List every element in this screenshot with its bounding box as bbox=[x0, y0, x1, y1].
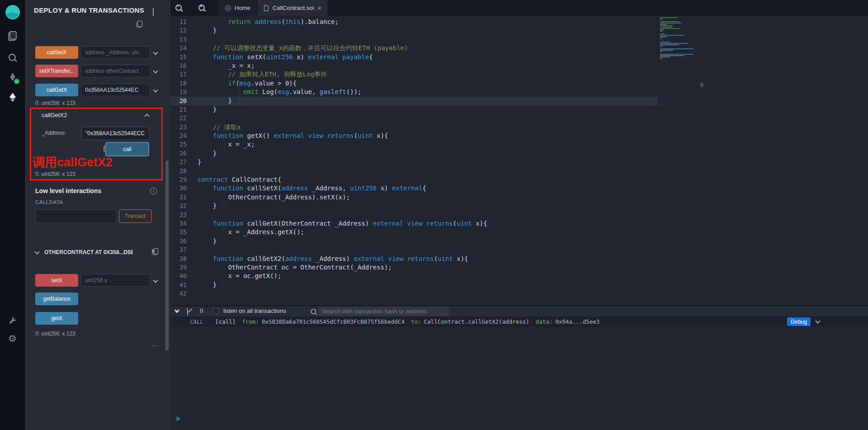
code-line[interactable]: 38 function callGetX2(address _Address) … bbox=[170, 255, 868, 263]
setXTransfer-args-input[interactable] bbox=[81, 65, 150, 77]
chevron-up-icon[interactable] bbox=[144, 113, 149, 118]
fn-row-setXTransfer: setXTransfer... bbox=[35, 65, 157, 77]
indent-guide bbox=[239, 61, 240, 105]
solidity-compiler-icon[interactable]: ✓ bbox=[0, 69, 25, 86]
code-line[interactable]: 33 bbox=[170, 211, 868, 219]
search-icon bbox=[310, 308, 316, 315]
info-icon[interactable]: i bbox=[150, 188, 157, 194]
settings-gear-icon[interactable]: ⚙ bbox=[0, 330, 25, 347]
log-to-value: CallContract.callGetX2(address) bbox=[424, 318, 529, 325]
decoded-output: 0: uint256: x 123 bbox=[35, 331, 75, 337]
code-line[interactable]: 41 } bbox=[170, 281, 868, 289]
getX-button[interactable]: getX bbox=[35, 312, 78, 325]
setX-args-input[interactable] bbox=[81, 274, 150, 287]
code-line[interactable]: 17 // 如果转入ETH, 则释放Log事件 bbox=[170, 70, 868, 79]
setX-button[interactable]: setX bbox=[35, 274, 78, 287]
listen-checkbox[interactable] bbox=[212, 308, 219, 314]
getBalance-button[interactable]: getBalance bbox=[35, 293, 78, 305]
callSetX-args-input[interactable] bbox=[81, 46, 150, 59]
chevron-down-icon[interactable] bbox=[153, 68, 158, 73]
address-param-input[interactable] bbox=[81, 127, 149, 140]
code-line[interactable]: 36 } bbox=[170, 237, 868, 246]
documentation-icon[interactable] bbox=[153, 8, 154, 16]
code-line[interactable]: 20 } bbox=[170, 97, 868, 105]
expand-terminal-icon[interactable] bbox=[175, 308, 179, 312]
deploy-run-icon[interactable] bbox=[0, 89, 25, 106]
indent-guide bbox=[224, 26, 224, 289]
code-line[interactable]: 14 // 可以调整状态变量_x的函数，并且可以往合约转ETH (payable… bbox=[170, 44, 868, 52]
more-indicator-icon: … bbox=[151, 340, 159, 348]
callGetX-button[interactable]: callGetX bbox=[35, 84, 78, 96]
chevron-down-icon[interactable] bbox=[153, 50, 158, 55]
terminal-prompt[interactable]: > bbox=[176, 415, 180, 423]
pages-icon bbox=[8, 31, 16, 41]
chevron-down-icon[interactable] bbox=[153, 87, 158, 92]
calldata-input[interactable] bbox=[35, 209, 117, 223]
terminal-search-input[interactable] bbox=[318, 307, 449, 316]
terminal-toolbar: 0 listen on all transactions bbox=[170, 306, 868, 317]
editor-scrollbar[interactable] bbox=[700, 83, 703, 87]
code-line[interactable]: 42 bbox=[170, 289, 868, 298]
search-icon[interactable] bbox=[0, 49, 25, 66]
remix-circle-icon bbox=[225, 5, 231, 11]
code-line[interactable]: 22 bbox=[170, 114, 868, 123]
code-line[interactable]: 25 x = _x; bbox=[170, 140, 868, 149]
code-line[interactable]: 32 } bbox=[170, 202, 868, 210]
code-line[interactable]: 18 if(msg.value > 0){ bbox=[170, 79, 868, 88]
code-line[interactable]: 23 // 读取x bbox=[170, 123, 868, 132]
code-line[interactable]: 28 bbox=[170, 167, 868, 175]
calldata-label: CALLDATA bbox=[35, 199, 63, 205]
code-line[interactable]: 19 emit Log(msg.value, gasleft()); bbox=[170, 88, 868, 96]
fn-row-callGetX: callGetX bbox=[35, 84, 157, 96]
code-line[interactable]: 37 bbox=[170, 246, 868, 254]
chevron-down-icon[interactable] bbox=[34, 249, 39, 254]
remix-logo-icon[interactable] bbox=[0, 3, 25, 22]
setXTransfer-button[interactable]: setXTransfer... bbox=[35, 65, 78, 77]
code-line[interactable]: 15 function setX(uint256 x) external pay… bbox=[170, 53, 868, 61]
deployed-contract-title[interactable]: OTHERCONTRACT AT 0X358...D5E8 bbox=[44, 249, 133, 255]
code-line[interactable]: 12 } bbox=[170, 26, 868, 35]
transaction-log-row[interactable]: CALL [call] from: 0x5B38Da6a701c568545dC… bbox=[170, 317, 868, 327]
tab-callcontract[interactable]: CallContract.sol × bbox=[257, 0, 329, 16]
code-editor[interactable]: 11 return address(this).balance;12 }1314… bbox=[170, 16, 868, 306]
code-line[interactable]: 30 function callSetX(address _Address, u… bbox=[170, 184, 868, 193]
code-line[interactable]: 13 bbox=[170, 35, 868, 44]
code-line[interactable]: 24 function getX() external view returns… bbox=[170, 132, 868, 140]
minimap[interactable] bbox=[660, 17, 695, 61]
decoded-output: 0: uint256: x 123 bbox=[35, 171, 75, 177]
callSetX-button[interactable]: callSetX bbox=[35, 46, 78, 59]
pending-count: 0 bbox=[200, 307, 203, 314]
chevron-down-icon[interactable] bbox=[815, 318, 820, 323]
log-from-value: 0x5B38Da6a701c568545dCfcB03FcB875f56bedd… bbox=[262, 318, 405, 325]
save-transactions-icon[interactable] bbox=[137, 21, 142, 28]
decoded-output: 0: uint256: x 123 bbox=[35, 100, 75, 106]
code-line[interactable]: 40 x = oc.getX(); bbox=[170, 272, 868, 280]
code-line[interactable]: 16 _x = x; bbox=[170, 61, 868, 70]
debug-button[interactable]: Debug bbox=[787, 317, 811, 326]
param-label: _Address: bbox=[42, 130, 66, 136]
transact-button[interactable]: Transact bbox=[119, 209, 151, 223]
callGetX-args-input[interactable] bbox=[81, 84, 150, 96]
close-tab-icon[interactable]: × bbox=[317, 5, 321, 11]
code-line[interactable]: 26 } bbox=[170, 149, 868, 158]
file-explorer-icon[interactable] bbox=[0, 27, 25, 44]
clear-console-icon[interactable] bbox=[187, 307, 188, 316]
zoom-out-icon[interactable]: − bbox=[175, 4, 183, 12]
tab-home[interactable]: Home bbox=[218, 0, 257, 16]
activity-bar: ✓ ⚙ bbox=[0, 0, 25, 430]
code-line[interactable]: 31 OtherContract(_Address).setX(x); bbox=[170, 193, 868, 202]
code-line[interactable]: 21 } bbox=[170, 105, 868, 114]
code-line[interactable]: 29contract CallContract{ bbox=[170, 175, 868, 184]
code-line[interactable]: 27} bbox=[170, 158, 868, 166]
log-to-label: to: bbox=[411, 318, 421, 325]
chevron-down-icon[interactable] bbox=[153, 278, 158, 283]
file-icon bbox=[264, 5, 269, 11]
panel-scrollbar[interactable] bbox=[165, 161, 169, 350]
plugin-manager-icon[interactable] bbox=[0, 312, 25, 329]
code-line[interactable]: 34 function callGetX(OtherContract _Addr… bbox=[170, 219, 868, 228]
code-line[interactable]: 35 x = _Address.getX(); bbox=[170, 228, 868, 236]
close-icon[interactable]: × bbox=[151, 247, 156, 256]
zoom-in-icon[interactable]: + bbox=[198, 4, 206, 12]
code-line[interactable]: 39 OtherContract oc = OtherContract(_Add… bbox=[170, 263, 868, 272]
code-line[interactable]: 11 return address(this).balance; bbox=[170, 18, 868, 26]
